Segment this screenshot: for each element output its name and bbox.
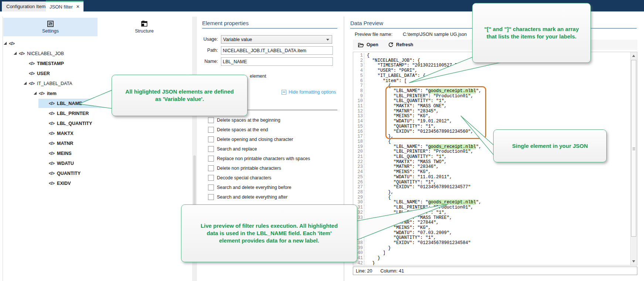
code-line: 23 "MATNR": "28346",	[353, 165, 481, 170]
callout-text-line: All higlighted JSON elements are defined	[125, 88, 234, 95]
tree-item-wdatu[interactable]: </>WDATU	[3, 158, 192, 168]
refresh-button[interactable]: Refresh	[388, 42, 413, 47]
tab-json-filter[interactable]: JSON filter ✕	[46, 1, 84, 11]
line-number: 12	[353, 109, 364, 114]
line-content: "MAKTX": "MASS THREE",	[364, 216, 452, 221]
expanded-arrow-icon[interactable]	[4, 42, 7, 45]
tree-item-timestamp[interactable]: </>TIMESTAMP	[3, 58, 192, 68]
checkbox-row[interactable]: Delete non printable characters	[208, 165, 281, 172]
scroll-up-icon[interactable]	[632, 55, 635, 57]
checkbox-label: Delete spaces at the end	[217, 127, 268, 132]
line-content: "MEINS": "KG",	[364, 226, 431, 231]
callout-single-element: Single element in your JSON	[493, 129, 607, 162]
checkbox-label: Delete non printable characters	[217, 166, 281, 171]
json-element-icon: </>	[49, 171, 54, 176]
checkbox-row[interactable]: Search and delete everything after	[208, 194, 287, 200]
code-line: 18 {	[353, 139, 481, 145]
tree-item-matnr[interactable]: </>MATNR	[3, 138, 192, 148]
json-element-icon: </>	[49, 101, 54, 106]
checkbox-unchecked[interactable]	[208, 136, 214, 142]
expanded-arrow-icon[interactable]	[34, 92, 37, 95]
checkbox-unchecked[interactable]	[208, 127, 214, 133]
open-button-label: Open	[367, 42, 378, 47]
tree-item-quantity[interactable]: </>QUANTITY	[3, 168, 192, 178]
callout-live-preview: Live preview of filter rules execution. …	[181, 204, 357, 262]
tree-item-label: WDATU	[57, 161, 74, 166]
settings-sliders-icon	[47, 21, 54, 27]
checkbox-row[interactable]: Search and replace	[208, 146, 257, 152]
checkbox-unchecked[interactable]	[208, 184, 214, 190]
code-line: 34 "MATNR": "27844",	[353, 220, 481, 226]
scrollbar-thumb[interactable]	[631, 60, 636, 237]
checkbox-unchecked[interactable]	[208, 165, 214, 171]
checkbox-unchecked[interactable]	[208, 117, 214, 123]
checkbox-label: Replace non printable characters with sp…	[217, 156, 310, 161]
line-content: "MEINS": "KG",	[364, 170, 431, 175]
checkbox-row[interactable]: Decode special characters	[208, 175, 271, 181]
tab-structure[interactable]: Structure	[98, 18, 191, 36]
checkbox-row[interactable]: Replace non printable characters with sp…	[208, 155, 310, 162]
open-button[interactable]: Open	[358, 42, 378, 47]
checkbox-row[interactable]: Search and delete everything before	[208, 184, 292, 191]
line-content: "LBL_NAME": "goods_receipt.nlbl",	[364, 200, 481, 205]
code-line: 26 "QUANTITY": "1",	[353, 180, 481, 185]
checkbox-unchecked[interactable]	[208, 146, 214, 152]
close-tab-icon[interactable]: ✕	[76, 4, 80, 9]
code-line: 29 {	[353, 195, 481, 200]
usage-select[interactable]: Variable value	[221, 35, 332, 44]
editor-status-bar: Line: 20 Column: 41	[353, 267, 637, 275]
code-line: 2 "NICELABEL_JOB": {	[353, 58, 481, 64]
tree-item-exidv[interactable]: </>EXIDV	[3, 178, 192, 188]
code-line: 38 "EXIDV": "012345678901234584"	[353, 241, 481, 246]
checkbox-unchecked[interactable]	[208, 175, 214, 181]
code-line: 37 "QUANTITY": "1",	[353, 236, 481, 241]
checkbox-unchecked[interactable]	[208, 194, 214, 200]
code-line: 35 "MEINS": "KG",	[353, 226, 481, 231]
vertical-scrollbar[interactable]	[630, 52, 637, 265]
checkbox-unchecked[interactable]	[208, 156, 214, 162]
checkbox-row[interactable]: Delete spaces at the beginning	[208, 117, 280, 123]
tree-item-label: LBL_PRINTER	[57, 111, 89, 116]
json-element-icon: </>	[49, 161, 54, 166]
name-field[interactable]	[221, 57, 333, 66]
expanded-arrow-icon[interactable]	[14, 52, 17, 55]
line-number: 28	[353, 190, 364, 195]
chevron-down-icon	[326, 39, 329, 41]
line-content: "EXIDV": "012345678901234584"	[364, 241, 471, 246]
tab-configuration-items[interactable]: Configuration Items	[2, 1, 52, 11]
highlighted-json-value: goods_receipt.nlbl	[428, 200, 476, 205]
folder-open-icon	[358, 43, 364, 47]
checkbox-label: Delete opening and closing character	[217, 137, 293, 142]
line-content: ]	[364, 251, 385, 256]
line-content: },	[364, 190, 393, 195]
tree-item-maktx[interactable]: </>MAKTX	[3, 128, 192, 138]
path-field[interactable]	[221, 46, 333, 55]
code-line: 40 ]	[353, 251, 481, 256]
tree-item-label: LBL_QUANTITY	[57, 121, 92, 126]
callout-text-line: data is used in the LBL_NAME field. Each…	[207, 230, 331, 237]
tree-item-nicelabel_job[interactable]: </>NICELABEL_JOB	[3, 48, 192, 58]
code-line: 25 "WDATU": "11.01.2011",	[353, 175, 481, 180]
line-number: 16	[353, 129, 364, 135]
line-number: 21	[353, 155, 364, 160]
expanded-arrow-icon[interactable]	[24, 82, 27, 85]
line-number: 2	[353, 58, 364, 64]
tree-item-lbl_quantity[interactable]: </>LBL_QUANTITY	[3, 118, 192, 128]
path-label: Path:	[197, 48, 218, 53]
line-number: 19	[353, 145, 364, 150]
line-number: 15	[353, 124, 364, 129]
tree-item-label: LBL_NAME	[57, 101, 82, 106]
tree-item-meins[interactable]: </>MEINS	[3, 148, 192, 158]
scroll-down-icon[interactable]	[632, 260, 635, 263]
json-element-icon: </>	[49, 141, 54, 146]
tab-settings[interactable]: Settings	[3, 18, 98, 36]
checkbox-row[interactable]: Delete spaces at the end	[208, 126, 268, 133]
checkbox-row[interactable]: Delete opening and closing character	[208, 136, 293, 143]
code-line: 6 "item": [	[353, 79, 481, 84]
usage-selected-value: Variable value	[223, 37, 252, 42]
tree-item[interactable]: </>	[3, 38, 192, 48]
json-element-icon: </>	[29, 81, 34, 86]
hide-formatting-options-link[interactable]: Hide formatting options	[282, 89, 336, 95]
optional-element-label-fragment: element	[250, 74, 266, 79]
line-number: 6	[353, 79, 364, 84]
